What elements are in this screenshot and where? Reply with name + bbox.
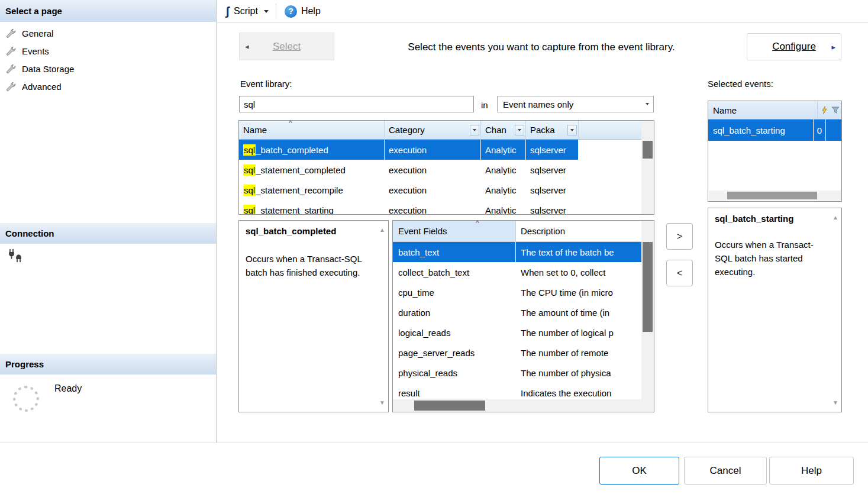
header-icons (817, 101, 840, 119)
event-package-cell: sqlserver (526, 200, 579, 215)
sidebar-item-advanced[interactable]: Advanced (0, 78, 216, 95)
selected-event-description-title: sql_batch_starting (715, 214, 835, 224)
lightning-icon[interactable] (821, 106, 828, 114)
event-name-cell: sql_batch_completed (239, 140, 385, 160)
event-row[interactable]: sql_batch_completedexecutionAnalyticsqls… (239, 140, 654, 160)
event-package-cell: sqlserver (526, 140, 579, 160)
event-row[interactable]: sql_statement_recompileexecutionAnalytic… (239, 180, 654, 200)
chevron-down-icon (264, 10, 269, 13)
connection-body (7, 248, 22, 264)
column-category-label: Category (389, 125, 425, 135)
event-field-row[interactable]: logical_readsThe number of logical p (393, 322, 654, 343)
progress-body: Ready (0, 379, 216, 438)
sidebar-item-general[interactable]: General (0, 24, 216, 42)
column-filter-dropdown[interactable] (470, 125, 479, 135)
field-name-cell: duration (393, 302, 516, 322)
event-search-input[interactable] (239, 96, 474, 112)
selected-event-row[interactable]: sql_batch_starting0 (708, 120, 841, 141)
search-match-highlight: sql (243, 164, 256, 176)
event-category-cell: execution (385, 160, 481, 180)
scrollbar-thumb[interactable] (643, 242, 653, 332)
column-filter-dropdown[interactable] (567, 125, 577, 135)
event-row[interactable]: sql_statement_completedexecutionAnalytic… (239, 160, 654, 180)
select-a-page-title: Select a page (5, 6, 62, 16)
scrollbar-thumb[interactable] (643, 141, 653, 159)
search-scope-dropdown[interactable]: Event names only (497, 96, 654, 112)
scroll-down-icon[interactable]: ▼ (832, 399, 838, 406)
configure-label: Configure (772, 41, 816, 53)
ok-button[interactable]: OK (599, 457, 679, 485)
chevron-down-icon (646, 96, 649, 112)
event-field-row[interactable]: cpu_timeThe CPU time (in micro (393, 282, 654, 302)
page-wrench-icon (5, 28, 17, 39)
sidebar-item-data-storage[interactable]: Data Storage (0, 60, 216, 78)
scrollbar-thumb[interactable] (414, 401, 485, 411)
vertical-scrollbar[interactable] (641, 221, 654, 412)
event-channel-cell: Analytic (481, 160, 526, 180)
search-scope-value: Event names only (503, 99, 573, 109)
scrollbar-thumb[interactable] (727, 192, 817, 199)
column-header-event-fields[interactable]: ^ Event Fields (393, 221, 516, 241)
column-header-package[interactable]: Packa (526, 121, 579, 139)
event-package-cell: sqlserver (526, 160, 579, 180)
column-header-category[interactable]: Category (385, 121, 481, 139)
sidebar-item-label: General (22, 28, 53, 38)
chevron-down-icon (570, 129, 574, 131)
event-category-cell: execution (385, 180, 481, 200)
event-name-cell: sql_statement_completed (239, 160, 385, 180)
event-fields-header: ^ Event Fields Description (393, 221, 654, 242)
cancel-button[interactable]: Cancel (684, 457, 767, 485)
column-event-fields-label: Event Fields (398, 226, 447, 236)
column-header-name[interactable]: ^ Name (239, 121, 385, 139)
scroll-up-icon[interactable]: ▲ (832, 214, 838, 221)
event-field-row[interactable]: batch_textThe text of the batch be (393, 242, 654, 262)
script-button[interactable]: ʃ Script (222, 2, 262, 20)
field-description-cell: When set to 0, collect (516, 262, 654, 282)
column-header-description[interactable]: Description (516, 221, 654, 241)
sidebar-item-label: Advanced (22, 82, 62, 92)
sidebar: Select a page GeneralEventsData StorageA… (0, 0, 217, 443)
sidebar-item-label: Events (22, 46, 49, 56)
event-name-cell: sql_statement_recompile (239, 180, 385, 200)
instruction-text: Select the events you want to capture fr… (349, 41, 734, 53)
event-field-row[interactable]: durationThe amount of time (in (393, 302, 654, 322)
event-name-cell: sql_statement_starting (239, 200, 385, 215)
event-field-row[interactable]: collect_batch_textWhen set to 0, collect (393, 262, 654, 282)
filter-icon[interactable] (831, 106, 840, 114)
column-filter-dropdown[interactable] (515, 125, 524, 135)
event-table-body: sql_batch_completedexecutionAnalyticsqls… (239, 140, 654, 215)
help-icon: ? (285, 5, 297, 18)
column-header-name[interactable]: Name (713, 105, 737, 115)
help-button-footer[interactable]: Help (769, 457, 854, 485)
sort-ascending-icon: ^ (476, 220, 479, 227)
event-library-label: Event library: (240, 79, 292, 89)
column-header-channel[interactable]: Chan (481, 121, 526, 139)
remove-event-button[interactable]: < (666, 260, 693, 286)
configure-button[interactable]: Configure ▸ (747, 33, 841, 60)
field-name-cell: collect_batch_text (393, 262, 516, 282)
add-event-button[interactable]: > (666, 223, 693, 250)
script-dropdown-button[interactable] (262, 2, 271, 20)
event-row[interactable]: sql_statement_startingexecutionAnalytics… (239, 200, 654, 215)
event-fields-table: ^ Event Fields Description batch_textThe… (392, 220, 654, 412)
field-name-cell: logical_reads (393, 322, 516, 343)
field-name-cell: cpu_time (393, 282, 516, 302)
vertical-scrollbar[interactable] (641, 121, 654, 214)
extended-events-wizard: Select a page GeneralEventsData StorageA… (0, 0, 868, 494)
event-field-row[interactable]: page_server_readsThe number of remote (393, 343, 654, 363)
event-library-table: ^ Name Category Chan Packa sql_batch_com… (238, 120, 654, 215)
progress-status: Ready (54, 383, 82, 394)
horizontal-scrollbar[interactable] (709, 191, 841, 201)
selected-events-body: sql_batch_starting0 (708, 120, 841, 141)
event-field-row[interactable]: physical_readsThe number of physica (393, 363, 654, 383)
sidebar-item-events[interactable]: Events (0, 42, 216, 60)
scroll-up-icon[interactable]: ▲ (379, 227, 385, 233)
search-match-highlight: sql (243, 205, 256, 215)
forward-arrow-icon: ▸ (831, 43, 835, 51)
connection-header: Connection (0, 223, 216, 244)
scroll-down-icon[interactable]: ▼ (379, 399, 385, 406)
selected-event-count: 0 (814, 120, 825, 141)
help-toolbar-button[interactable]: ? Help (281, 2, 324, 20)
select-nav-button[interactable]: ◂ Select (239, 33, 334, 60)
horizontal-scrollbar[interactable] (393, 399, 641, 412)
